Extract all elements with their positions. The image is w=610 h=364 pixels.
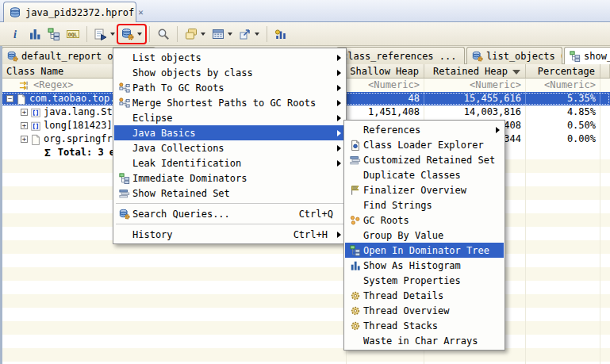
menu-item-show-objects-by-class[interactable]: Show objects by class [114,65,345,80]
column-header-filler [600,64,610,78]
menu-item-leak-identification[interactable]: Leak Identification [114,155,345,171]
column-header-retained-heap[interactable]: Retained Heap [424,64,526,78]
mat-window: java_pid32372.hprof ✕ iOQL default_repor… [0,0,610,364]
menu-icon-gutter [347,260,363,271]
menu-item-label: Immediate Dominators [132,173,343,184]
menu-item-java-basics[interactable]: Java Basics [114,125,345,140]
menu-item-immediate-dominators[interactable]: Immediate Dominators [114,171,345,186]
class-name-label: long[181423] [44,119,113,132]
submenu-arrow-icon [337,145,341,151]
subtab-label: class_references ... [342,51,457,62]
menu-item-label: Thread Details [363,290,501,301]
empty-cell [526,308,600,321]
submenu-item-customized-retained-set[interactable]: Customized Retained Set [345,152,504,167]
retained-heap-cell: 15,455,616 [424,92,526,105]
toolbar-separator [149,26,150,42]
expand-toggle[interactable]: + [21,136,28,143]
empty-cell [600,159,610,173]
dropdown-caret-icon[interactable] [255,33,259,36]
empty-cell [526,348,600,362]
menu-item-label: Thread Overview [363,305,501,316]
customized-retained-set-icon [350,155,361,166]
submenu-arrow-icon [337,115,341,121]
empty-cell [600,227,610,240]
dropdown-caret-icon[interactable] [110,33,115,36]
page-icon [16,94,27,105]
subtab-show-d[interactable]: show_d [564,47,610,64]
submenu-item-find-strings[interactable]: Find Strings [345,197,504,213]
menu-icon-gutter [117,173,132,184]
editor-tab-heap-dump[interactable]: java_pid32372.hprof ✕ [3,2,136,22]
menu-item-label: System Properties [363,275,501,286]
filler [600,105,610,119]
toolbar-histogram-button[interactable] [25,25,44,43]
menu-item-label: GC Roots [363,215,501,226]
submenu-item-duplicate-classes[interactable]: Duplicate Classes [345,167,504,182]
dropdown-caret-icon[interactable] [137,33,142,36]
dropdown-caret-icon[interactable] [201,33,205,36]
menu-item-java-collections[interactable]: Java Collections [114,140,345,155]
menu-item-label: Find Strings [363,200,501,211]
empty-row [0,294,610,308]
query-context-menu: List objectsShow objects by classPath To… [113,48,347,244]
empty-cell [526,281,600,294]
submenu-item-waste-in-char-arrays[interactable]: Waste in Char Arrays [345,333,504,348]
menu-item-label: Open In Dominator Tree [363,245,501,256]
submenu-item-class-loader-explorer[interactable]: Class Loader Explorer [345,137,504,152]
toolbar-dominator-tree-button[interactable] [44,25,63,43]
menu-item-eclipse[interactable]: Eclipse [114,110,345,125]
toolbar-calculate-retained-size-button[interactable] [209,25,236,43]
menu-shortcut: Ctrl+H [293,229,328,240]
toolbar-oql-button[interactable]: OQL [63,25,82,43]
shallow-filter-input[interactable]: <Numeric> [347,79,424,92]
menu-item-search-queries[interactable]: Search Queries...Ctrl+Q [114,206,345,221]
subtab-list-objects-0x2a[interactable]: list_objects 0x2a... [466,47,562,64]
close-icon[interactable]: ✕ [138,7,144,17]
page-icon [30,134,41,145]
menu-item-path-to-gc-roots[interactable]: Path To GC Roots [114,80,345,95]
overview-icon: i [10,28,22,40]
filler [600,79,610,92]
toolbar-query-browser-button[interactable] [118,25,145,43]
toolbar-run-expert-report-button[interactable] [91,25,118,43]
expand-toggle[interactable]: + [21,109,28,116]
empty-cell [600,213,610,227]
menu-item-label: Customized Retained Set [363,155,501,166]
filler [600,132,610,146]
collapse-toggle[interactable]: − [6,95,13,102]
column-header-shallow-heap[interactable]: Shallow Heap [347,64,424,78]
search-queries-icon [119,209,130,220]
menu-item-label: Show objects by class [132,67,337,79]
menu-item-show-retained-set[interactable]: Show Retained Set [114,186,345,201]
submenu-arrow-icon [337,232,341,238]
menu-item-label: Java Basics [132,128,337,139]
percentage-filter-input[interactable]: <Numeric> [526,79,600,92]
subtab-class-references[interactable]: class_references ... [336,47,465,64]
toolbar-group-result-button[interactable] [182,25,209,43]
menu-item-list-objects[interactable]: List objects [114,50,345,65]
submenu-item-group-by-value[interactable]: Group By Value [345,228,504,243]
submenu-item-show-as-histogram[interactable]: Show As Histogram [345,258,504,273]
dropdown-caret-icon[interactable] [228,33,232,36]
submenu-item-references[interactable]: References [345,122,504,137]
menu-item-merge-shortest-paths-to-gc-roots[interactable]: Merge Shortest Paths to GC Roots [114,95,345,110]
retained-filter-input[interactable]: <Numeric> [424,79,526,92]
empty-cell [600,348,610,362]
submenu-item-gc-roots[interactable]: GC Roots [345,213,504,228]
submenu-item-thread-details[interactable]: Thread Details [345,288,504,303]
toolbar-compare-button[interactable] [271,25,290,43]
submenu-item-finalizer-overview[interactable]: Finalizer Overview [345,182,504,197]
submenu-item-thread-stacks[interactable]: Thread Stacks [345,318,504,333]
column-header-percentage[interactable]: Percentage [526,64,600,78]
menu-item-history[interactable]: HistoryCtrl+H [114,227,345,242]
submenu-item-system-properties[interactable]: System Properties [345,273,504,288]
menu-item-label: Leak Identification [132,158,337,169]
heap-db-icon [9,6,21,19]
toolbar-overview-button[interactable]: i [6,25,25,43]
submenu-item-open-in-dominator-tree[interactable]: Open In Dominator Tree [345,243,504,258]
submenu-item-thread-overview[interactable]: Thread Overview [345,303,504,318]
toolbar-export-button[interactable] [236,25,263,43]
toolbar-search-button[interactable] [154,25,173,43]
run-expert-report-icon [94,28,107,40]
expand-toggle[interactable]: + [21,122,28,129]
